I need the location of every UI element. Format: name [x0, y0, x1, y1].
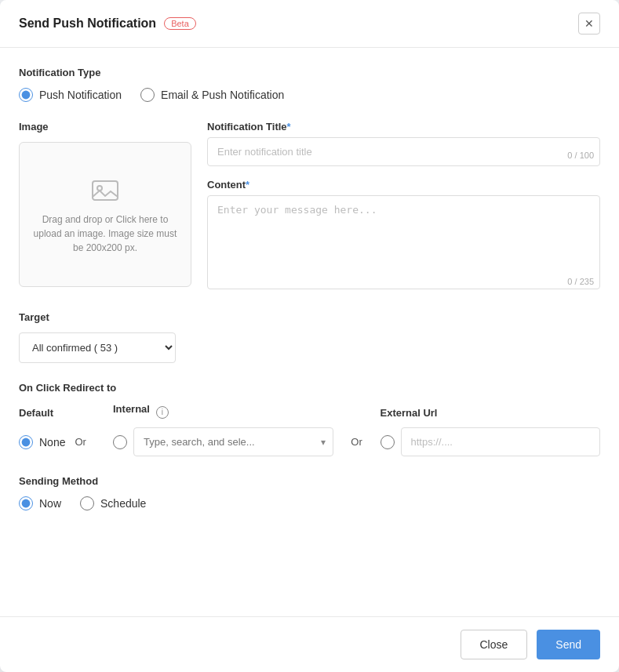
default-col-label: Default: [19, 405, 113, 420]
beta-badge: Beta: [164, 17, 196, 30]
none-label: None: [39, 436, 65, 449]
redirect-column-labels: Default Internal i External Url: [19, 403, 600, 421]
radio-now[interactable]: Now: [19, 496, 61, 510]
sending-method-label: Sending Method: [19, 475, 600, 487]
image-upload-box[interactable]: Drag and drop or Click here to upload an…: [19, 142, 191, 287]
notification-title-char-count: 0 / 100: [567, 151, 594, 160]
send-button[interactable]: Send: [537, 630, 600, 659]
notification-title-input-wrap: 0 / 100: [207, 137, 600, 166]
radio-schedule[interactable]: Schedule: [80, 496, 146, 510]
redirect-controls-row: None Or Or: [19, 427, 600, 456]
target-section: Target All confirmed ( 53 ): [19, 311, 600, 363]
image-label: Image: [19, 121, 191, 133]
modal-title-wrap: Send Push Notification Beta: [19, 16, 196, 31]
schedule-label: Schedule: [100, 497, 146, 510]
external-url-input[interactable]: [401, 427, 601, 456]
internal-wrap: [113, 427, 333, 456]
internal-select-wrapper: [133, 427, 333, 456]
sending-method-section: Sending Method Now Schedule: [19, 475, 600, 510]
image-and-fields-row: Image Drag and drop or Click here to upl…: [19, 121, 600, 292]
sending-method-group: Now Schedule: [19, 496, 600, 510]
modal-header: Send Push Notification Beta ✕: [0, 0, 619, 48]
radio-now-input[interactable]: [19, 496, 33, 510]
notification-type-group: Push Notification Email & Push Notificat…: [19, 88, 600, 102]
external-wrap: [381, 427, 601, 456]
modal-body: Notification Type Push Notification Emai…: [0, 48, 619, 616]
modal-title: Send Push Notification: [19, 16, 156, 31]
notification-title-label: Notification Title*: [207, 121, 600, 133]
radio-schedule-input[interactable]: [80, 496, 94, 510]
image-section: Image Drag and drop or Click here to upl…: [19, 121, 191, 292]
svg-rect-0: [93, 181, 118, 200]
none-radio-input[interactable]: [19, 435, 33, 449]
default-radio-wrap: None Or: [19, 435, 113, 449]
external-radio-input[interactable]: [381, 435, 395, 449]
modal-footer: Close Send: [0, 616, 619, 672]
or-divider: Or: [333, 436, 381, 448]
internal-info-icon[interactable]: i: [156, 406, 169, 419]
radio-push-notification[interactable]: Push Notification: [19, 88, 122, 102]
close-button[interactable]: Close: [461, 630, 528, 659]
redirect-label: On Click Redirect to: [19, 382, 600, 394]
radio-email-push-input[interactable]: [140, 88, 155, 102]
internal-col-label: Internal i: [113, 403, 333, 421]
target-label: Target: [19, 311, 600, 323]
now-label: Now: [39, 497, 61, 510]
content-char-count: 0 / 235: [567, 277, 594, 286]
or-label-1: Or: [75, 436, 86, 448]
push-notification-label: Push Notification: [39, 89, 122, 101]
notification-title-input[interactable]: [207, 137, 600, 166]
modal-close-button[interactable]: ✕: [578, 13, 600, 35]
radio-email-push-notification[interactable]: Email & Push Notification: [140, 88, 284, 102]
email-push-notification-label: Email & Push Notification: [161, 89, 284, 101]
content-label: Content*: [207, 179, 600, 191]
external-col-label: External Url: [381, 405, 601, 420]
notification-type-label: Notification Type: [19, 67, 600, 78]
send-push-notification-modal: Send Push Notification Beta ✕ Notificati…: [0, 0, 619, 672]
redirect-section: On Click Redirect to Default Internal i …: [19, 382, 600, 456]
image-upload-text: Drag and drop or Click here to upload an…: [20, 212, 191, 255]
notification-fields: Notification Title* 0 / 100 Content* 0 /…: [207, 121, 600, 292]
image-placeholder-icon: [89, 175, 121, 206]
close-icon: ✕: [584, 17, 594, 30]
target-select[interactable]: All confirmed ( 53 ): [19, 332, 176, 363]
notification-title-field: Notification Title* 0 / 100: [207, 121, 600, 166]
internal-search-input[interactable]: [133, 427, 333, 456]
content-textarea[interactable]: [207, 195, 600, 289]
radio-push-input[interactable]: [19, 88, 33, 102]
content-input-wrap: 0 / 235: [207, 195, 600, 292]
content-field: Content* 0 / 235: [207, 179, 600, 292]
internal-radio-input[interactable]: [113, 435, 127, 449]
